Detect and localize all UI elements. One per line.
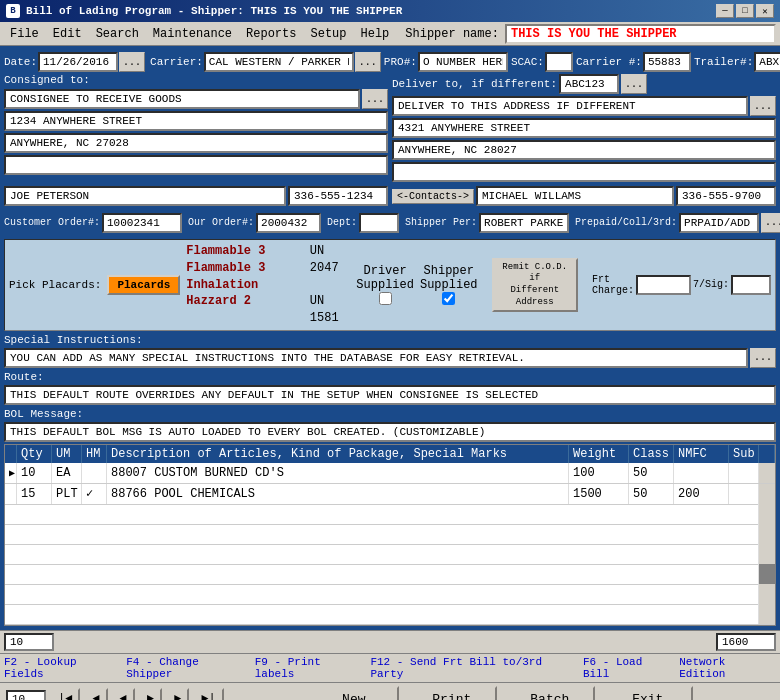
print-button[interactable]: Print xyxy=(407,686,497,700)
special-instructions-label: Special Instructions: xyxy=(4,334,143,346)
abc-code[interactable] xyxy=(559,74,619,94)
prepaid-ellipsis[interactable]: ... xyxy=(761,213,780,233)
exit-button[interactable]: Exit xyxy=(603,686,693,700)
row1-class[interactable]: 50 xyxy=(629,463,674,483)
contacts-button[interactable]: <-Contacts-> xyxy=(392,189,474,204)
pro-input[interactable] xyxy=(418,52,508,72)
special-instructions-ellipsis[interactable]: ... xyxy=(750,348,776,368)
table-header: Qty UM HM Description of Articles, Kind … xyxy=(5,445,775,463)
placard-item-1: Flammable 3 xyxy=(186,244,265,258)
minimize-button[interactable]: ─ xyxy=(716,4,734,18)
summary-bar xyxy=(0,630,780,653)
remit-cod-button[interactable]: Remit C.O.D. ifDifferent Address xyxy=(492,258,578,313)
customer-order-input[interactable] xyxy=(102,213,182,233)
maximize-button[interactable]: □ xyxy=(736,4,754,18)
prepaid-input[interactable] xyxy=(679,213,759,233)
consignee-line2[interactable] xyxy=(4,111,388,131)
consignee-line4[interactable] xyxy=(4,155,388,175)
row2-um[interactable]: PLT xyxy=(52,484,82,504)
nav-last-button[interactable]: ►| xyxy=(193,688,223,700)
batch-button[interactable]: Batch xyxy=(505,686,595,700)
deliver-line4[interactable] xyxy=(392,162,776,182)
status-f2[interactable]: F2 - Lookup Fields xyxy=(4,656,120,680)
placards-button[interactable]: Placards xyxy=(107,275,180,295)
status-f6[interactable]: F6 - Load Bill xyxy=(583,656,673,680)
row2-weight[interactable]: 1500 xyxy=(569,484,629,504)
row2-desc[interactable]: 88766 POOL CHEMICALS xyxy=(107,484,569,504)
abc-ellipsis[interactable]: ... xyxy=(621,74,647,94)
placards-section: Pick Placards: Placards Flammable 3 Flam… xyxy=(4,239,776,331)
right-contact-phone[interactable] xyxy=(676,186,776,206)
summary-right[interactable] xyxy=(716,633,776,651)
row1-nmfc[interactable] xyxy=(674,463,729,483)
row1-desc[interactable]: 88007 CUSTOM BURNED CD'S xyxy=(107,463,569,483)
row2-nmfc[interactable]: 200 xyxy=(674,484,729,504)
deliver-line1-ellipsis[interactable]: ... xyxy=(750,96,776,116)
table-row[interactable]: 15 PLT ✓ 88766 POOL CHEMICALS 1500 50 20… xyxy=(5,484,775,505)
driver-supplied-checkbox[interactable] xyxy=(379,292,392,305)
consignee-line1-ellipsis[interactable]: ... xyxy=(362,89,388,109)
consignee-line1[interactable] xyxy=(4,89,360,109)
frt-charge-input[interactable] xyxy=(636,275,691,295)
pro-label: PRO#: xyxy=(384,56,417,68)
carrier-label: Carrier: xyxy=(150,56,203,68)
row1-weight[interactable]: 100 xyxy=(569,463,629,483)
shipper-per-input[interactable] xyxy=(479,213,569,233)
col-header-nmfc: NMFC xyxy=(674,445,729,463)
left-contact-name[interactable] xyxy=(4,186,286,206)
nav-prev-button[interactable]: ◄ xyxy=(84,688,107,700)
row2-class[interactable]: 50 xyxy=(629,484,674,504)
record-number-input[interactable] xyxy=(6,690,46,700)
row2-qty[interactable]: 15 xyxy=(17,484,52,504)
route-input[interactable] xyxy=(4,385,776,405)
nav-back-button[interactable]: ◄ xyxy=(112,688,135,700)
status-f12[interactable]: F12 - Send Frt Bill to/3rd Party xyxy=(370,656,576,680)
menu-file[interactable]: File xyxy=(4,25,45,43)
scac-input[interactable] xyxy=(545,52,573,72)
trailer-input[interactable] xyxy=(754,52,780,72)
status-f9[interactable]: F9 - Print labels xyxy=(255,656,365,680)
table-row-empty xyxy=(5,505,775,525)
window-title: Bill of Lading Program - Shipper: THIS I… xyxy=(26,5,402,17)
summary-left[interactable] xyxy=(4,633,54,651)
consignee-line3[interactable] xyxy=(4,133,388,153)
nav-first-button[interactable]: |◄ xyxy=(50,688,80,700)
row2-sub[interactable] xyxy=(729,484,759,504)
row1-um[interactable]: EA xyxy=(52,463,82,483)
close-button[interactable]: ✕ xyxy=(756,4,774,18)
menu-reports[interactable]: Reports xyxy=(240,25,302,43)
carrier-num-input[interactable] xyxy=(643,52,691,72)
our-order-input[interactable] xyxy=(256,213,321,233)
date-ellipsis[interactable]: ... xyxy=(119,52,145,72)
deliver-line3[interactable] xyxy=(392,140,776,160)
menu-help[interactable]: Help xyxy=(355,25,396,43)
menu-maintenance[interactable]: Maintenance xyxy=(147,25,238,43)
row2-hm[interactable]: ✓ xyxy=(82,484,107,504)
col-header-sub: Sub xyxy=(729,445,759,463)
sig-input[interactable] xyxy=(731,275,771,295)
row1-sub[interactable] xyxy=(729,463,759,483)
status-f4[interactable]: F4 - Change Shipper xyxy=(126,656,249,680)
deliver-line1[interactable] xyxy=(392,96,748,116)
nav-forward-button[interactable]: ► xyxy=(166,688,189,700)
row1-qty[interactable]: 10 xyxy=(17,463,52,483)
menu-search[interactable]: Search xyxy=(90,25,145,43)
date-input[interactable] xyxy=(38,52,118,72)
menu-edit[interactable]: Edit xyxy=(47,25,88,43)
shipper-supplied-checkbox[interactable] xyxy=(442,292,455,305)
carrier-ellipsis[interactable]: ... xyxy=(355,52,381,72)
left-contact-phone[interactable] xyxy=(288,186,388,206)
scrollbar-thumb[interactable] xyxy=(759,564,775,584)
dept-input[interactable] xyxy=(359,213,399,233)
deliver-line2[interactable] xyxy=(392,118,776,138)
special-instructions-input[interactable] xyxy=(4,348,748,368)
bol-message-input[interactable] xyxy=(4,422,776,442)
row1-hm[interactable] xyxy=(82,463,107,483)
bol-message-label: BOL Message: xyxy=(4,408,83,420)
carrier-input[interactable] xyxy=(204,52,354,72)
nav-next-button[interactable]: ► xyxy=(139,688,162,700)
menu-setup[interactable]: Setup xyxy=(304,25,352,43)
table-row[interactable]: ▶ 10 EA 88007 CUSTOM BURNED CD'S 100 50 xyxy=(5,463,775,484)
right-contact-name[interactable] xyxy=(476,186,674,206)
new-button[interactable]: New xyxy=(309,686,399,700)
